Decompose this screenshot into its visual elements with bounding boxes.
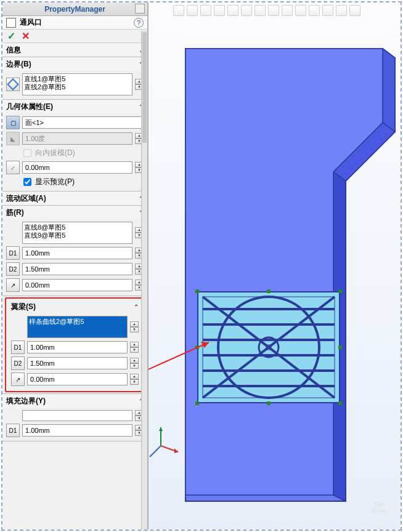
scrollbar-thumb[interactable] bbox=[142, 32, 147, 143]
spin-down[interactable]: ▼ bbox=[130, 347, 139, 353]
d1-icon: D1 bbox=[11, 341, 25, 354]
d1-icon: D1 bbox=[6, 424, 20, 437]
offset-icon: ↗ bbox=[6, 278, 20, 292]
ribs-listbox[interactable]: 直线8@草图5 直线9@草图5 bbox=[22, 222, 132, 244]
section-ribs-header[interactable]: 筋(R) ⌃ bbox=[2, 206, 147, 219]
svg-rect-24 bbox=[267, 401, 271, 405]
section-boundary-header[interactable]: 边界(B) ⌃ bbox=[2, 57, 147, 71]
section-boundary-title: 边界(B) bbox=[6, 59, 31, 70]
angle-icon: ◣ bbox=[6, 132, 20, 145]
spars-listbox[interactable]: 样条曲线2@草图5 bbox=[27, 316, 128, 338]
spin-up[interactable]: ▲ bbox=[130, 321, 139, 327]
spin-up[interactable]: ▲ bbox=[130, 374, 139, 379]
svg-rect-22 bbox=[338, 345, 342, 349]
list-item-selected[interactable]: 样条曲线2@草图5 bbox=[29, 318, 126, 326]
draft-checkbox bbox=[23, 149, 31, 157]
section-fill-title: 填充边界(Y) bbox=[6, 396, 46, 406]
feature-title: 通风口 bbox=[20, 17, 42, 28]
svg-marker-30 bbox=[174, 448, 178, 453]
pm-header-title: PropertyManager bbox=[44, 5, 105, 14]
spin-down[interactable]: ▼ bbox=[130, 327, 139, 332]
property-scroll[interactable]: 信息 ⌄ 边界(B) ⌃ 直线1@草图5 直线2@草图5 bbox=[2, 43, 147, 530]
draft-label: 向内拔模(D) bbox=[35, 148, 75, 158]
section-geom-title: 几何体属性(E) bbox=[6, 102, 53, 112]
ok-button[interactable]: ✓ bbox=[7, 30, 15, 42]
list-item[interactable]: 直线2@草图5 bbox=[24, 83, 131, 91]
svg-rect-19 bbox=[267, 289, 271, 293]
preview-label: 显示预览(P) bbox=[35, 177, 75, 187]
help-icon[interactable]: ? bbox=[134, 18, 144, 28]
offset-input[interactable] bbox=[22, 161, 132, 174]
ribs-d1-input[interactable] bbox=[22, 247, 132, 259]
cancel-button[interactable]: ✕ bbox=[22, 30, 30, 42]
svg-marker-1 bbox=[383, 49, 395, 132]
list-item[interactable]: 直线1@草图5 bbox=[24, 75, 131, 83]
chevron-up-icon: ⌃ bbox=[134, 304, 139, 310]
vent-icon bbox=[6, 18, 16, 28]
spin-up[interactable]: ▲ bbox=[130, 358, 139, 363]
panel-scrollbar[interactable] bbox=[141, 31, 147, 530]
section-info-header[interactable]: 信息 ⌄ bbox=[2, 43, 147, 57]
boundary-icon bbox=[6, 78, 20, 91]
section-flow-header[interactable]: 流动区域(A) ⌃ bbox=[2, 191, 147, 205]
boundary-listbox[interactable]: 直线1@草图5 直线2@草图5 bbox=[22, 73, 132, 95]
svg-marker-4 bbox=[185, 49, 383, 495]
svg-rect-25 bbox=[338, 401, 342, 405]
fill-d1-input[interactable] bbox=[22, 424, 132, 437]
model-render bbox=[149, 2, 401, 520]
svg-rect-20 bbox=[338, 289, 342, 293]
svg-rect-23 bbox=[195, 401, 199, 405]
feature-title-bar: 通风口 ? bbox=[2, 16, 147, 30]
list-item[interactable]: 直线9@草图5 bbox=[24, 232, 131, 240]
face-icon: ▢ bbox=[6, 116, 20, 129]
section-ribs-title: 筋(R) bbox=[6, 208, 24, 218]
section-spars-title: 翼梁(S) bbox=[11, 302, 36, 312]
section-fill-header[interactable]: 填充边界(Y) ⌃ bbox=[2, 394, 147, 408]
ribs-d2-input[interactable] bbox=[22, 263, 132, 275]
svg-line-28 bbox=[150, 446, 161, 457]
section-spars-header[interactable]: 翼梁(S) ⌃ bbox=[7, 300, 142, 313]
spin-down[interactable]: ▼ bbox=[130, 379, 139, 385]
spars-d1-input[interactable] bbox=[27, 341, 128, 353]
d2-icon: D2 bbox=[6, 262, 20, 276]
preview-checkbox[interactable] bbox=[23, 178, 31, 186]
spin-down[interactable]: ▼ bbox=[130, 363, 139, 369]
spars-d2-input[interactable] bbox=[27, 357, 128, 369]
list-item[interactable]: 直线8@草图5 bbox=[24, 224, 131, 232]
section-info-title: 信息 bbox=[6, 45, 21, 55]
spars-d3-input[interactable] bbox=[27, 373, 128, 385]
watermark: SW 研习社 bbox=[364, 493, 394, 523]
d2-icon: D2 bbox=[11, 357, 25, 370]
spin-up[interactable]: ▲ bbox=[130, 342, 139, 347]
section-flow-title: 流动区域(A) bbox=[6, 193, 46, 204]
property-manager-header: PropertyManager bbox=[2, 2, 147, 16]
face-input[interactable] bbox=[22, 116, 144, 129]
offset-icon: ⟋ bbox=[6, 161, 20, 174]
angle-input bbox=[22, 132, 132, 145]
svg-marker-29 bbox=[159, 427, 163, 431]
spars-highlight-box: 翼梁(S) ⌃ 样条曲线2@草图5 ▲▼ D1 bbox=[5, 297, 145, 392]
ribs-d3-input[interactable] bbox=[22, 279, 132, 291]
d1-icon: D1 bbox=[6, 246, 20, 260]
svg-rect-21 bbox=[195, 345, 199, 349]
section-geom-header[interactable]: 几何体属性(E) ⌃ bbox=[2, 100, 147, 113]
svg-rect-18 bbox=[195, 289, 199, 293]
offset-icon: ↗ bbox=[11, 373, 25, 386]
3d-viewport[interactable]: SW 研习社 bbox=[149, 2, 401, 530]
pin-icon[interactable] bbox=[135, 4, 145, 14]
confirm-bar: ✓ ✕ bbox=[2, 30, 147, 43]
fill-listbox[interactable] bbox=[22, 410, 132, 421]
